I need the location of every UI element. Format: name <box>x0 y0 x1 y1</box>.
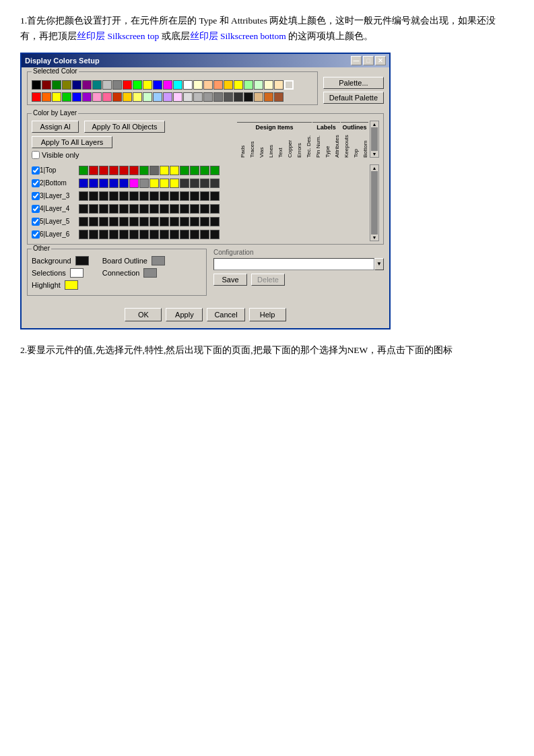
layer-color-swatch[interactable] <box>109 230 119 239</box>
palette-swatch[interactable] <box>52 92 61 102</box>
layer-color-swatch[interactable] <box>119 191 129 201</box>
layer-color-swatch[interactable] <box>210 191 220 201</box>
layer-color-swatch[interactable] <box>200 204 209 214</box>
layer-color-swatch[interactable] <box>119 166 129 175</box>
layer-color-swatch[interactable] <box>139 204 149 214</box>
layer-color-swatch[interactable] <box>210 166 220 175</box>
layer-color-swatch[interactable] <box>190 166 199 175</box>
palette-swatch[interactable] <box>62 80 71 90</box>
palette-swatch[interactable] <box>72 80 81 90</box>
layer-color-swatch[interactable] <box>160 204 169 214</box>
palette-swatch[interactable] <box>72 92 81 102</box>
apply-to-all-layers-button[interactable]: Apply To All Layers <box>32 136 112 148</box>
layer-color-swatch[interactable] <box>200 179 209 188</box>
apply-button[interactable]: Apply <box>166 308 203 321</box>
layer-color-swatch[interactable] <box>139 230 149 239</box>
layer-color-swatch[interactable] <box>170 217 179 226</box>
layer-color-swatch[interactable] <box>170 191 179 201</box>
layer-color-swatch[interactable] <box>99 179 108 188</box>
palette-swatch[interactable] <box>112 92 122 102</box>
layer-color-swatch[interactable] <box>149 230 159 239</box>
palette-swatch[interactable] <box>133 92 142 102</box>
background-swatch[interactable] <box>75 256 89 265</box>
layer-color-swatch[interactable] <box>180 217 189 226</box>
layer-color-swatch[interactable] <box>109 179 119 188</box>
layer-visible-checkbox[interactable] <box>32 192 40 200</box>
layer-color-swatch[interactable] <box>190 230 199 239</box>
save-button[interactable]: Save <box>213 274 247 286</box>
layer-color-swatch[interactable] <box>89 191 98 201</box>
layer-color-swatch[interactable] <box>190 191 199 201</box>
board-outline-swatch[interactable] <box>152 256 165 265</box>
layer-color-swatch[interactable] <box>89 230 98 239</box>
layer-color-swatch[interactable] <box>79 217 88 226</box>
palette-swatch[interactable] <box>183 80 193 90</box>
layer-color-swatch[interactable] <box>99 191 108 201</box>
layer-color-swatch[interactable] <box>139 166 149 175</box>
palette-swatch[interactable] <box>153 92 162 102</box>
minimize-button[interactable]: — <box>351 56 362 65</box>
palette-swatch[interactable] <box>244 92 253 102</box>
layer-color-swatch[interactable] <box>200 230 209 239</box>
layer-color-swatch[interactable] <box>119 179 129 188</box>
palette-swatch[interactable] <box>143 80 152 90</box>
layer-visible-checkbox[interactable] <box>32 205 40 213</box>
layer-color-swatch[interactable] <box>89 166 98 175</box>
palette-swatch[interactable] <box>153 80 162 90</box>
palette-button[interactable]: Palette... <box>323 77 384 89</box>
palette-swatch[interactable] <box>203 92 213 102</box>
layer-color-swatch[interactable] <box>180 179 189 188</box>
layer-color-swatch[interactable] <box>180 166 189 175</box>
palette-swatch[interactable] <box>234 92 243 102</box>
palette-swatch[interactable] <box>173 92 182 102</box>
palette-swatch[interactable] <box>163 92 172 102</box>
layer-visible-checkbox[interactable] <box>32 230 40 239</box>
cancel-button[interactable]: Cancel <box>207 308 244 321</box>
palette-swatch[interactable] <box>62 92 71 102</box>
layer-color-swatch[interactable] <box>149 166 159 175</box>
delete-button[interactable]: Delete <box>251 274 285 286</box>
config-dropdown-arrow[interactable]: ▼ <box>374 258 384 270</box>
palette-swatch[interactable] <box>193 80 203 90</box>
layer-color-swatch[interactable] <box>99 230 108 239</box>
layer-color-swatch[interactable] <box>109 204 119 214</box>
layer-color-swatch[interactable] <box>190 179 199 188</box>
palette-swatch[interactable] <box>42 80 51 90</box>
palette-swatch[interactable] <box>52 80 61 90</box>
layer-color-swatch[interactable] <box>99 204 108 214</box>
palette-swatch[interactable] <box>254 80 263 90</box>
palette-swatch[interactable] <box>163 80 172 90</box>
ok-button[interactable]: OK <box>125 308 162 321</box>
palette-swatch[interactable] <box>82 80 92 90</box>
layer-color-swatch[interactable] <box>160 191 169 201</box>
layer-color-swatch[interactable] <box>109 166 119 175</box>
layer-color-swatch[interactable] <box>170 204 179 214</box>
help-button[interactable]: Help <box>249 308 286 321</box>
highlight-swatch[interactable] <box>65 280 78 290</box>
selections-swatch[interactable] <box>70 268 84 278</box>
layer-color-swatch[interactable] <box>89 179 98 188</box>
layer-color-swatch[interactable] <box>210 204 220 214</box>
palette-swatch[interactable] <box>264 92 273 102</box>
layer-visible-checkbox[interactable] <box>32 218 40 226</box>
palette-swatch[interactable] <box>193 92 203 102</box>
palette-swatch-selected[interactable] <box>284 80 294 90</box>
layer-color-swatch[interactable] <box>109 217 119 226</box>
maximize-button[interactable]: □ <box>363 56 374 65</box>
palette-swatch[interactable] <box>203 80 213 90</box>
palette-swatch[interactable] <box>224 92 233 102</box>
palette-swatch[interactable] <box>123 80 132 90</box>
layer-color-swatch[interactable] <box>139 191 149 201</box>
layer-color-swatch[interactable] <box>149 217 159 226</box>
layer-color-swatch[interactable] <box>99 166 108 175</box>
close-button[interactable]: ✕ <box>375 56 386 65</box>
layer-color-swatch[interactable] <box>180 204 189 214</box>
layer-color-swatch[interactable] <box>139 179 149 188</box>
layer-scrollbar[interactable]: ▲▼ <box>370 164 379 241</box>
layer-color-swatch[interactable] <box>79 191 88 201</box>
default-palette-button[interactable]: Default Palette <box>323 92 384 104</box>
palette-swatch[interactable] <box>123 92 132 102</box>
layer-color-swatch[interactable] <box>119 230 129 239</box>
layer-visible-checkbox[interactable] <box>32 179 40 187</box>
palette-swatch[interactable] <box>143 92 152 102</box>
